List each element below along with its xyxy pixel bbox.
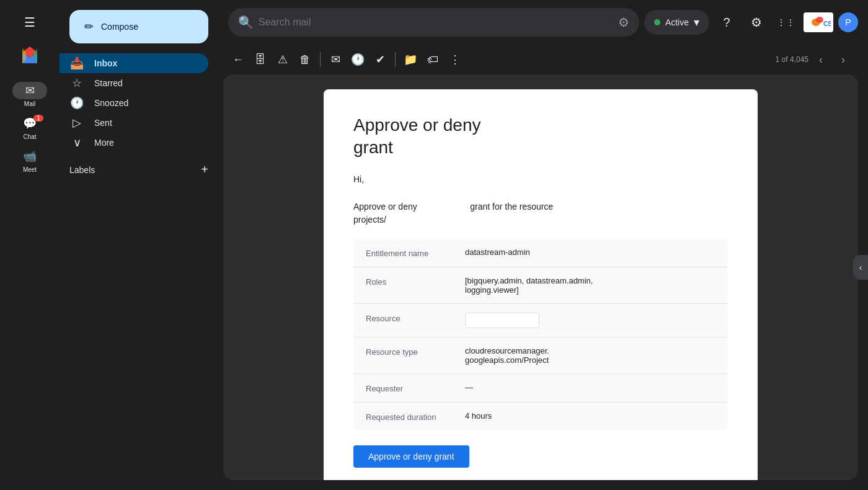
chat-badge: 1 xyxy=(33,115,43,122)
resource-type-label: Resource type xyxy=(366,346,465,357)
more-icon: ∨ xyxy=(69,136,84,149)
mark-icon: ✉ xyxy=(331,53,340,66)
grant-row-roles: Roles [bigquery.admin, datastream.admin,… xyxy=(353,267,728,304)
spam-icon: ⚠ xyxy=(278,53,288,66)
toolbar-separator-2 xyxy=(395,52,396,67)
svg-text:CS: CS xyxy=(823,20,831,27)
resource-type-value: cloudresourcemanager.googleapis.com/Proj… xyxy=(465,346,715,365)
archive-button[interactable]: 🗄 xyxy=(250,50,270,69)
collapse-panel-button[interactable]: ‹ xyxy=(853,255,868,280)
sidebar-item-more[interactable]: ∨ More xyxy=(60,133,208,153)
icon-rail: ☰ ✉ Mail 💬 1 Chat 📹 Meet xyxy=(0,0,60,490)
gmail-m-icon xyxy=(19,45,41,67)
main-area: 🔍 ⚙ Active ▾ ? ⚙ ⋮⋮ CS P xyxy=(218,0,868,490)
starred-label: Starred xyxy=(94,78,123,88)
sidebar-item-snoozed[interactable]: 🕐 Snoozed xyxy=(60,93,208,113)
archive-icon: 🗄 xyxy=(255,53,266,66)
grant-row-duration: Requested duration 4 hours xyxy=(353,403,728,430)
compose-label: Compose xyxy=(101,22,138,32)
gmail-logo xyxy=(19,45,41,67)
toolbar-separator-1 xyxy=(320,52,321,67)
active-status-dot xyxy=(654,19,660,25)
search-icon: 🔍 xyxy=(238,15,254,30)
page-info-text: 1 of 4,045 xyxy=(776,55,808,64)
labels-title: Labels xyxy=(69,165,95,175)
email-area: ← 🗄 ⚠ 🗑 ✉ 🕐 ✔ xyxy=(218,45,863,485)
user-avatar[interactable]: P xyxy=(838,12,858,32)
search-bar[interactable]: 🔍 ⚙ xyxy=(228,8,639,37)
chat-label: Chat xyxy=(23,133,36,140)
mail-label: Mail xyxy=(24,100,35,107)
approve-deny-button[interactable]: Approve or deny grant xyxy=(353,445,469,468)
sidebar-item-starred[interactable]: ☆ Starred xyxy=(60,73,208,93)
labels-section: Labels + xyxy=(60,158,218,182)
snoozed-label: Snoozed xyxy=(94,98,128,108)
snooze-icon: 🕐 xyxy=(351,53,365,66)
cs-logo[interactable]: CS xyxy=(804,12,833,32)
more-actions-icon: ⋮ xyxy=(450,53,461,66)
back-icon: ← xyxy=(232,53,244,66)
more-actions-button[interactable]: ⋮ xyxy=(445,50,465,69)
active-status-button[interactable]: Active ▾ xyxy=(644,10,709,35)
topbar: 🔍 ⚙ Active ▾ ? ⚙ ⋮⋮ CS P xyxy=(218,0,868,45)
resource-value xyxy=(465,313,539,328)
next-email-button[interactable]: › xyxy=(833,50,853,69)
more-label: More xyxy=(94,138,114,148)
sidebar-item-sent[interactable]: ▷ Sent xyxy=(60,113,208,133)
mail-icon: ✉ xyxy=(25,84,35,97)
duration-value: 4 hours xyxy=(465,411,715,421)
sent-icon: ▷ xyxy=(69,116,84,130)
back-button[interactable]: ← xyxy=(228,50,248,69)
compose-button[interactable]: ✏ Compose xyxy=(69,10,208,43)
filter-icon[interactable]: ⚙ xyxy=(618,15,629,30)
help-icon: ? xyxy=(723,16,730,30)
help-button[interactable]: ? xyxy=(714,10,739,35)
entitlement-label: Entitlement name xyxy=(366,247,465,258)
task-button[interactable]: ✔ xyxy=(370,50,390,69)
cs-logo-image: CS xyxy=(806,14,831,31)
compose-icon: ✏ xyxy=(84,20,94,33)
sidebar-item-inbox[interactable]: 📥 Inbox xyxy=(60,53,208,73)
prev-icon: ‹ xyxy=(819,53,823,66)
label-button[interactable]: 🏷 xyxy=(423,50,443,69)
duration-label: Requested duration xyxy=(366,411,465,422)
page-info: 1 of 4,045 ‹ › xyxy=(776,50,853,69)
delete-button[interactable]: 🗑 xyxy=(295,50,315,69)
rail-chat[interactable]: 💬 1 Chat xyxy=(7,112,52,143)
svg-point-2 xyxy=(816,17,823,23)
email-area-wrapper: ← 🗄 ⚠ 🗑 ✉ 🕐 ✔ xyxy=(218,45,868,490)
sidebar: ✏ Compose 📥 Inbox ☆ Starred 🕐 Snoozed ▷ … xyxy=(60,0,218,490)
task-icon: ✔ xyxy=(376,53,385,66)
spam-button[interactable]: ⚠ xyxy=(273,50,293,69)
mark-button[interactable]: ✉ xyxy=(326,50,345,69)
collapse-arrow-icon: ‹ xyxy=(859,262,862,272)
meet-label: Meet xyxy=(23,166,37,173)
rail-meet[interactable]: 📹 Meet xyxy=(7,145,52,176)
starred-icon: ☆ xyxy=(69,76,84,90)
grant-row-entitlement: Entitlement name datastream-admin xyxy=(353,239,728,267)
requester-label: Requester xyxy=(366,383,465,393)
roles-label: Roles xyxy=(366,276,465,287)
search-input[interactable] xyxy=(259,17,613,28)
prev-email-button[interactable]: ‹ xyxy=(811,50,831,69)
hamburger-button[interactable]: ☰ xyxy=(15,7,45,37)
apps-button[interactable]: ⋮⋮ xyxy=(774,10,799,35)
move-button[interactable]: 📁 xyxy=(401,50,420,69)
user-initial: P xyxy=(845,17,851,27)
chevron-down-icon: ▾ xyxy=(694,16,699,29)
labels-add-button[interactable]: + xyxy=(201,163,208,177)
meet-icon: 📹 xyxy=(23,149,37,163)
snooze-button[interactable]: 🕐 xyxy=(348,50,368,69)
snoozed-icon: 🕐 xyxy=(69,96,84,110)
entitlement-value: datastream-admin xyxy=(465,247,715,257)
grant-row-requester: Requester — xyxy=(353,374,728,403)
inbox-icon: 📥 xyxy=(69,56,84,70)
email-content: Approve or denygrant Hi, Approve or deny… xyxy=(223,74,858,480)
settings-button[interactable]: ⚙ xyxy=(744,10,769,35)
grant-row-resource: Resource xyxy=(353,304,728,337)
approve-deny-label: Approve or deny grant xyxy=(368,452,454,461)
rail-mail[interactable]: ✉ Mail xyxy=(7,79,52,110)
grant-row-resource-type: Resource type cloudresourcemanager.googl… xyxy=(353,337,728,374)
settings-icon: ⚙ xyxy=(751,15,762,30)
requester-value: — xyxy=(465,383,715,392)
